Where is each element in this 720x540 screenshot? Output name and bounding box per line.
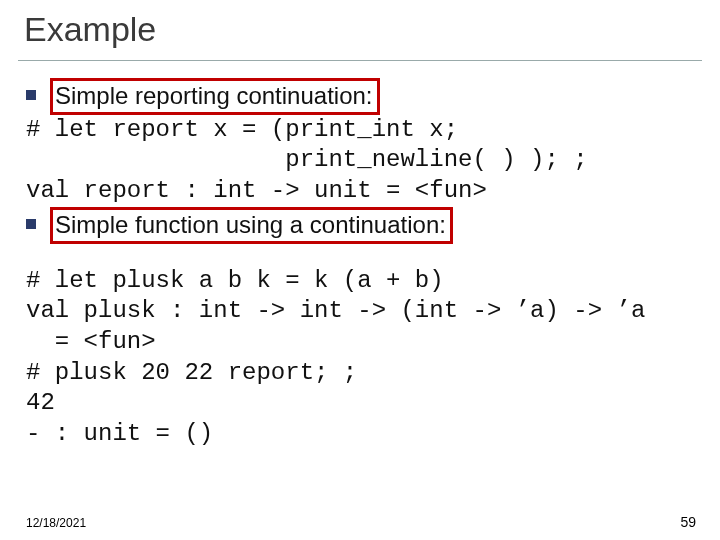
bullet-square-icon	[26, 219, 36, 229]
code-line-3: val report : int -> unit = <fun>	[26, 176, 694, 207]
bullet-2-text: Simple function using a continuation:	[50, 207, 453, 244]
slide-title: Example	[24, 10, 156, 49]
bullet-square-icon	[26, 90, 36, 100]
bullet-1-text: Simple reporting continuation:	[50, 78, 380, 115]
code-line-6: = <fun>	[26, 327, 694, 358]
bullet-1: Simple reporting continuation:	[26, 78, 694, 115]
footer-date: 12/18/2021	[26, 516, 86, 530]
title-divider	[18, 60, 702, 61]
bullet-2: Simple function using a continuation:	[26, 207, 694, 244]
code-line-5: val plusk : int -> int -> (int -> ’a) ->…	[26, 296, 694, 327]
page-number: 59	[680, 514, 696, 530]
code-line-2: print_newline( ) ); ;	[26, 145, 694, 176]
code-line-9: - : unit = ()	[26, 419, 694, 450]
spacer	[26, 244, 694, 266]
slide: Example Simple reporting continuation: #…	[0, 0, 720, 540]
code-line-4: # let plusk a b k = k (a + b)	[26, 266, 694, 297]
slide-body: Simple reporting continuation: # let rep…	[26, 78, 694, 450]
code-line-8: 42	[26, 388, 694, 419]
code-line-1: # let report x = (print_int x;	[26, 115, 694, 146]
code-line-7: # plusk 20 22 report; ;	[26, 358, 694, 389]
